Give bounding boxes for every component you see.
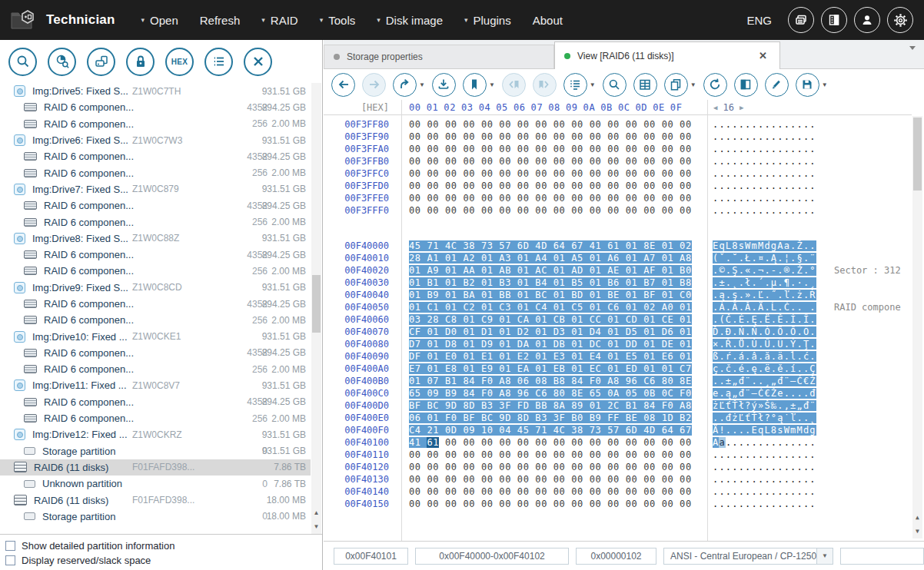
hex-bytes[interactable]: 00 00 00 00 00 00 00 00 00 00 00 00 00 0… — [401, 118, 707, 131]
hex-row-selected[interactable]: 00F400B0 01 07 B1 84 F0 A8 06 08 B8 84 F… — [324, 375, 924, 387]
view-options-button[interactable] — [563, 73, 587, 97]
hex-row[interactable]: 00F3FF90 00 00 00 00 00 00 00 00 00 00 0… — [324, 131, 924, 143]
hex-bytes[interactable]: 00 00 00 00 00 00 00 00 00 00 00 00 00 0… — [401, 155, 707, 167]
close-icon[interactable] — [244, 48, 272, 76]
tab-storage-properties[interactable]: Storage properties — [324, 45, 554, 68]
hex-bytes[interactable]: 65 09 B9 84 F0 A8 96 C6 80 8E 65 0A 05 0… — [401, 387, 707, 399]
ascii-bytes[interactable]: ................ — [707, 180, 827, 192]
hex-scrollbar[interactable]: ▲ ▼ — [912, 116, 922, 539]
tree-row[interactable]: RAID 6 componen... 4352 894.25 GB — [0, 148, 311, 164]
hex-bytes[interactable]: 41 61 00 00 00 00 00 00 00 00 00 00 00 0… — [401, 436, 707, 449]
hex-row-selected[interactable]: 00F40080 D7 01 D8 01 D9 01 DA 01 DB 01 D… — [324, 338, 924, 350]
hex-row[interactable]: 00F40140 00 00 00 00 00 00 00 00 00 00 0… — [324, 485, 924, 498]
find-button[interactable] — [603, 73, 627, 97]
hex-view-button[interactable]: HEX — [165, 48, 194, 76]
hex-bytes[interactable]: 03 28 C8 01 C9 01 CA 01 CB 01 CC 01 CD 0… — [401, 313, 707, 326]
hex-row[interactable]: 00F3FFC0 00 00 00 00 00 00 00 00 00 00 0… — [324, 167, 924, 180]
tree-row[interactable]: Storage partition 0 931.51 GB — [0, 443, 311, 459]
lock-icon[interactable] — [126, 48, 155, 76]
tree-row[interactable]: RAID6 (11 disks) F01FAFD398... 18.00 MB — [0, 492, 311, 508]
ascii-bytes[interactable]: ................ — [707, 167, 827, 180]
dropdown-arrow-icon[interactable]: ▼ — [816, 548, 833, 564]
hex-row[interactable]: 00F3FFA0 00 00 00 00 00 00 00 00 00 00 0… — [324, 143, 924, 155]
hex-row[interactable]: 00F3FFE0 00 00 00 00 00 00 00 00 00 00 0… — [324, 192, 924, 204]
ascii-bytes[interactable]: ..đżĽťŤł?°ą˙ľ..˛ — [707, 412, 827, 424]
settings-gear-icon[interactable] — [887, 7, 913, 33]
tree-row[interactable]: RAID 6 componen... 256 2.00 MB — [0, 361, 311, 377]
ascii-bytes[interactable]: .±.˛.ł.´.µ.¶.·.¸ — [707, 277, 827, 289]
ascii-bytes[interactable]: ................ — [707, 143, 827, 155]
hex-bytes[interactable]: 00 00 00 00 00 00 00 00 00 00 00 00 00 0… — [401, 449, 707, 461]
hex-row[interactable]: 00F40150 00 00 00 00 00 00 00 00 00 00 0… — [324, 498, 924, 510]
dropdown-arrow-icon[interactable]: ▼ — [822, 81, 828, 88]
hex-bytes[interactable]: 06 01 F0 BF BC 9D 8D B3 3F B0 B9 FF BE 0… — [401, 412, 707, 424]
hex-bytes[interactable]: 01 A9 01 AA 01 AB 01 AC 01 AD 01 AE 01 A… — [401, 264, 707, 277]
ascii-bytes[interactable]: ................ — [707, 473, 827, 485]
refresh-button[interactable] — [703, 73, 727, 97]
hex-bytes[interactable]: D7 01 D8 01 D9 01 DA 01 DB 01 DC 01 DD 0… — [401, 338, 707, 350]
hex-bytes[interactable]: 01 07 B1 84 F0 A8 06 08 B8 84 F0 A8 96 C… — [401, 375, 707, 387]
tree-row[interactable]: RAID 6 componen... 256 2.00 MB — [0, 263, 311, 279]
ascii-bytes[interactable]: .©.Ş.«.¬.-.®.Ż.° — [707, 264, 827, 277]
tree-row[interactable]: Img:Drive7: Fixed S... Z1W0C879 931.51 G… — [0, 181, 311, 197]
tree-row[interactable]: RAID 6 componen... 256 2.00 MB — [0, 312, 311, 328]
scroll-down-icon[interactable]: ▼ — [311, 520, 321, 532]
tab-close-icon[interactable]: ✕ — [756, 50, 770, 61]
hex-bytes[interactable]: 00 00 00 00 00 00 00 00 00 00 00 00 00 0… — [401, 180, 707, 192]
dropdown-arrow-icon[interactable]: ▼ — [590, 81, 596, 88]
menu-item[interactable]: About — [533, 14, 563, 27]
ascii-bytes[interactable]: (ˇ.˘.Ł.¤.Ą.¦.§.¨ — [707, 252, 827, 264]
ascii-bytes[interactable]: ................ — [707, 485, 827, 498]
ascii-bytes[interactable]: ................ — [707, 192, 827, 204]
tree-scrollbar[interactable]: ▲ ▼ — [311, 83, 321, 534]
tree-row[interactable]: Img:Drive12: Fixed ... Z1W0CKRZ 931.51 G… — [0, 426, 311, 442]
hex-row[interactable]: 00F40110 00 00 00 00 00 00 00 00 00 00 0… — [324, 449, 924, 461]
hex-row[interactable]: 00F3FFD0 00 00 00 00 00 00 00 00 00 00 0… — [324, 180, 924, 192]
ascii-bytes[interactable]: .(Č.É.Ę.Ë.Ě.Í.Î. — [707, 313, 827, 326]
tree-scrollbar-thumb[interactable] — [312, 275, 321, 333]
ascii-bytes[interactable]: ..±„đ¨..¸„đ¨–Ć€Ž — [707, 375, 827, 387]
copy-button[interactable] — [664, 73, 688, 97]
hex-row-selected[interactable]: 00F400E0 06 01 F0 BF BC 9D 8D B3 3F B0 B… — [324, 412, 924, 424]
hex-bytes[interactable]: 00 00 00 00 00 00 00 00 00 00 00 00 00 0… — [401, 461, 707, 473]
tree-row[interactable]: RAID 6 componen... 4352 894.25 GB — [0, 345, 311, 361]
spinner-left-icon[interactable]: ◀ — [713, 104, 717, 111]
hex-bytes[interactable]: 00 00 00 00 00 00 00 00 00 00 00 00 00 0… — [401, 192, 707, 204]
goto-offset-button[interactable] — [432, 73, 456, 97]
ascii-bytes[interactable]: .Á.Â.Ă.Ä.Ĺ.Ć.. . — [707, 301, 827, 313]
tree-row[interactable]: Img:Drive8: Fixed S... Z1W0C88Z 931.51 G… — [0, 230, 311, 247]
ascii-bytes[interactable]: ×.Ř.Ů.Ú.Ű.Ü.Ý.Ţ. — [707, 338, 827, 350]
bookmark-button[interactable] — [463, 73, 487, 97]
tab-view-hex[interactable]: View [RAID6 (11 disks)] ✕ — [554, 41, 780, 69]
disk-image-button[interactable] — [87, 48, 115, 76]
hex-bytes[interactable]: 01 C1 01 C2 01 C3 01 C4 01 C5 01 C6 01 0… — [401, 301, 707, 313]
hex-bytes[interactable]: 00 00 00 00 00 00 00 00 00 00 00 00 00 0… — [401, 498, 707, 510]
ascii-bytes[interactable]: ç.č.é.ę.ë.ě.í..Ç — [707, 363, 827, 375]
reading-panel-button[interactable] — [821, 7, 847, 33]
scroll-up-icon[interactable]: ▲ — [311, 506, 321, 519]
hex-row-selected[interactable]: 00F400D0 BF BC 9D 8D B3 3F FD BB 8A 89 0… — [324, 399, 924, 412]
hex-row[interactable]: 00F40130 00 00 00 00 00 00 00 00 00 00 0… — [324, 473, 924, 485]
language-selector[interactable]: ENG — [746, 14, 772, 27]
selection-range-field[interactable]: 0x00F40000-0x00F40102 — [415, 548, 569, 565]
tree-row[interactable]: RAID 6 componen... 4352 894.25 GB — [0, 247, 311, 263]
ascii-bytes[interactable]: ................ — [707, 461, 827, 473]
hex-bytes[interactable]: 00 00 00 00 00 00 00 00 00 00 00 00 00 0… — [401, 131, 707, 143]
hex-bytes[interactable]: 00 00 00 00 00 00 00 00 00 00 00 00 00 0… — [401, 485, 707, 498]
hex-bytes[interactable]: 01 B9 01 BA 01 BB 01 BC 01 BD 01 BE 01 B… — [401, 289, 707, 301]
tree-row[interactable]: RAID 6 componen... 4352 894.25 GB — [0, 197, 311, 214]
hex-row[interactable]: 00F3FF80 00 00 00 00 00 00 00 00 00 00 0… — [324, 118, 924, 131]
hex-bytes[interactable]: CF 01 D0 01 D1 01 D2 01 D3 01 D4 01 D5 0… — [401, 326, 707, 338]
grid-view-button[interactable] — [633, 73, 657, 97]
selection-length-field[interactable]: 0x00000102 — [576, 548, 656, 565]
user-account-button[interactable] — [854, 7, 880, 33]
tree-row[interactable]: RAID 6 componen... 4352 894.25 GB — [0, 99, 311, 115]
checkbox-row[interactable]: Show detailed partition information — [5, 539, 322, 553]
ascii-bytes[interactable]: .ą.ş.».Ľ.˝.ľ.ż.Ŕ — [707, 289, 827, 301]
tree-row[interactable]: RAID 6 componen... 256 2.00 MB — [0, 410, 311, 426]
hex-bytes[interactable]: C4 21 0D 09 10 04 45 71 4C 38 73 57 6D 4… — [401, 424, 707, 436]
tree-row[interactable]: RAID 6 componen... 256 2.00 MB — [0, 116, 311, 132]
scroll-up-icon[interactable]: ▲ — [912, 511, 922, 523]
tab-list-icon[interactable] — [909, 50, 918, 64]
search-scan-button[interactable] — [8, 48, 37, 76]
